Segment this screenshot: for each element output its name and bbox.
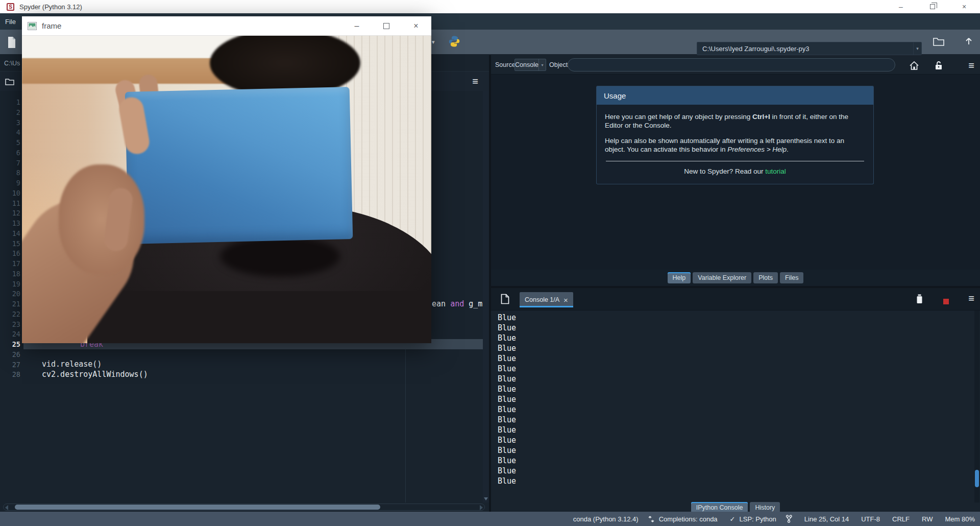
- tab-variable-explorer[interactable]: Variable Explorer: [693, 272, 751, 283]
- working-directory-caret-icon[interactable]: ▾: [913, 42, 921, 55]
- line-number: 6: [0, 148, 22, 158]
- console-output-line: Blue: [498, 353, 971, 364]
- tutorial-link[interactable]: tutorial: [765, 168, 786, 175]
- parent-directory-icon[interactable]: [964, 36, 974, 46]
- editor-options-icon[interactable]: ≡: [470, 76, 481, 87]
- new-console-icon[interactable]: [499, 293, 510, 304]
- menu-file[interactable]: File: [0, 13, 21, 30]
- tab-ipython-console[interactable]: IPython Console: [691, 502, 748, 512]
- line-number: 9: [0, 178, 22, 188]
- line-number: 23: [0, 319, 22, 329]
- scroll-down-icon[interactable]: [484, 497, 488, 500]
- status-check: ✓: [730, 515, 736, 523]
- usage-card-title: Usage: [596, 86, 874, 105]
- line-number: 17: [0, 258, 22, 269]
- statusbar: conda (Python 3.12.4) Completions: conda…: [0, 512, 980, 526]
- console-output[interactable]: BlueBlueBlueBlueBlueBlueBlueBlueBlueBlue…: [491, 310, 971, 486]
- webcam-image: [22, 36, 431, 343]
- lock-open-icon[interactable]: [933, 60, 944, 71]
- line-number: 20: [0, 289, 22, 299]
- interrupt-kernel-icon[interactable]: [940, 296, 951, 307]
- git-branch-icon: [786, 515, 792, 523]
- console-output-line: Blue: [498, 466, 971, 476]
- line-number: 26: [0, 349, 22, 360]
- line-number: 3: [0, 117, 22, 128]
- toolbar-chevron-icon[interactable]: ▾: [432, 39, 435, 45]
- console-output-line: Blue: [498, 384, 971, 394]
- frame-close-button[interactable]: ×: [404, 16, 428, 36]
- console-output-line: Blue: [498, 435, 971, 445]
- image-icon: [28, 22, 37, 30]
- help-toolbar: Source Console ▾ Object ≡: [491, 55, 980, 75]
- window-title: Spyder (Python 3.12): [19, 3, 82, 11]
- console-tab[interactable]: Console 1/A ×: [520, 292, 573, 307]
- editor-hscroll-thumb[interactable]: [15, 505, 380, 510]
- source-combo-caret-icon[interactable]: ▾: [538, 59, 546, 70]
- console-tab-close-icon[interactable]: ×: [564, 296, 568, 304]
- webcam-hand: [59, 164, 144, 274]
- usage-card: Usage Here you can get help of any objec…: [596, 86, 874, 184]
- line-number: 19: [0, 279, 22, 289]
- new-file-icon[interactable]: [7, 36, 17, 49]
- code-line-21-fragment[interactable]: ean and g_m: [432, 299, 482, 309]
- frame-window[interactable]: frame – ×: [22, 16, 431, 343]
- minimize-button[interactable]: –: [885, 0, 917, 13]
- status-permissions: RW: [922, 515, 933, 523]
- python-logo-icon[interactable]: [448, 35, 460, 47]
- line-number: 22: [0, 309, 22, 319]
- console-scroll-thumb[interactable]: [975, 470, 979, 487]
- line-number: 2: [0, 107, 22, 117]
- working-directory-combo[interactable]: C:\Users\Iyed Zarrougui\.spyder-py3 ▾: [697, 42, 922, 55]
- frame-maximize-button[interactable]: [375, 16, 398, 36]
- restore-icon: [930, 4, 935, 9]
- console-scrollbar[interactable]: [974, 310, 979, 503]
- home-icon[interactable]: [909, 60, 920, 71]
- console-pane: Console 1/A × ≡ BlueBlueBlueBlueBlueBlue…: [491, 288, 980, 512]
- console-options-icon[interactable]: ≡: [966, 293, 977, 304]
- source-combo[interactable]: Console ▾: [514, 59, 546, 71]
- tab-history[interactable]: History: [750, 502, 780, 512]
- line-number: 8: [0, 168, 22, 178]
- console-output-line: Blue: [498, 313, 971, 323]
- frame-minimize-button[interactable]: –: [345, 16, 369, 36]
- frame-titlebar[interactable]: frame – ×: [22, 16, 431, 36]
- editor-horizontal-scrollbar[interactable]: [3, 504, 485, 511]
- console-output-line: Blue: [498, 404, 971, 415]
- code-line-28[interactable]: cv2.destroyAllWindows(): [42, 369, 148, 379]
- console-output-line: Blue: [498, 425, 971, 435]
- status-env: conda (Python 3.12.4): [573, 515, 639, 523]
- remove-variables-icon[interactable]: [914, 293, 925, 304]
- browse-tabs-icon[interactable]: [4, 76, 15, 87]
- editor-vertical-scrollbar[interactable]: [483, 91, 489, 503]
- help-content: Usage Here you can get help of any objec…: [491, 75, 980, 270]
- tab-files[interactable]: Files: [780, 272, 803, 283]
- object-label: Object: [549, 55, 568, 75]
- console-output-line: Blue: [498, 374, 971, 384]
- console-output-line: Blue: [498, 476, 971, 486]
- line-number: 12: [0, 208, 22, 218]
- console-output-line: Blue: [498, 333, 971, 343]
- scroll-left-icon[interactable]: [5, 505, 8, 510]
- status-completions: Completions: conda: [659, 515, 718, 523]
- restore-button[interactable]: [917, 0, 948, 13]
- help-tabs-row: Help Variable Explorer Plots Files: [491, 270, 980, 286]
- line-number: 1: [0, 97, 22, 107]
- console-output-line: Blue: [498, 445, 971, 456]
- browse-directory-icon[interactable]: [933, 37, 944, 46]
- object-input[interactable]: [568, 58, 895, 71]
- tab-plots[interactable]: Plots: [753, 272, 778, 283]
- scroll-right-icon[interactable]: [480, 505, 483, 510]
- close-button[interactable]: ×: [948, 0, 980, 13]
- code-line-27[interactable]: vid.release(): [42, 359, 102, 369]
- status-cursor-position: Line 25, Col 14: [804, 515, 849, 523]
- line-number: 18: [0, 269, 22, 279]
- help-options-icon[interactable]: ≡: [966, 60, 977, 71]
- console-output-line: Blue: [498, 364, 971, 374]
- tab-help[interactable]: Help: [668, 272, 691, 283]
- line-number: 10: [0, 188, 22, 198]
- line-number: 16: [0, 248, 22, 258]
- line-number: 14: [0, 228, 22, 238]
- webcam-chin-shadow: [220, 236, 340, 277]
- status-memory: Mem 80%: [945, 515, 975, 523]
- line-number: 27: [0, 360, 22, 370]
